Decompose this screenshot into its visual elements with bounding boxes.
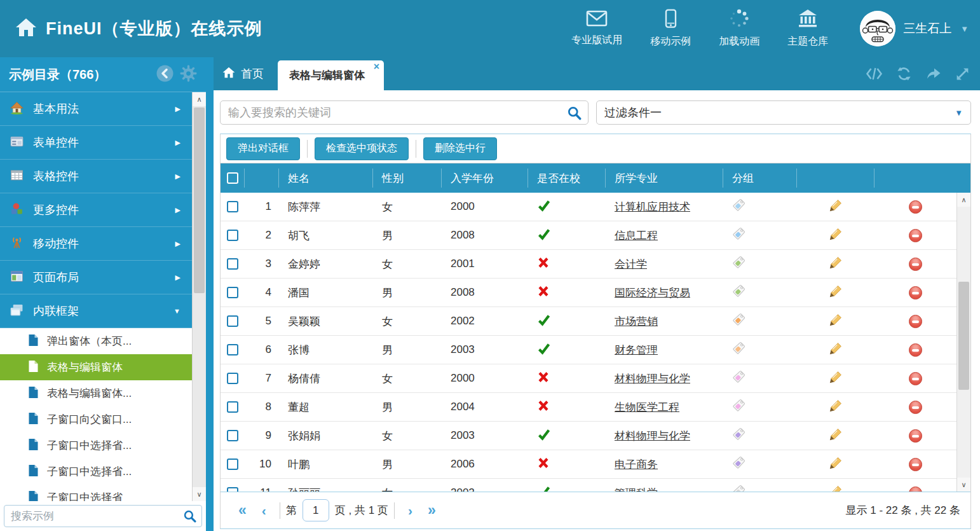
major-link[interactable]: 市场营销 [615,314,658,329]
share-icon[interactable] [925,67,942,81]
search-icon[interactable] [567,106,582,123]
edit-pencil-icon[interactable] [829,370,843,387]
major-link[interactable]: 会计学 [615,257,647,272]
edit-pencil-icon[interactable] [829,227,843,244]
edit-pencil-icon[interactable] [829,485,843,492]
scroll-down-icon[interactable]: ∨ [193,487,206,501]
first-page-button[interactable]: « [231,502,254,519]
major-link[interactable]: 计算机应用技术 [615,200,690,214]
row-checkbox[interactable] [227,459,238,470]
edit-pencil-icon[interactable] [829,456,843,473]
delete-icon[interactable] [909,486,922,492]
home-icon[interactable] [15,18,37,39]
tab-active[interactable]: 表格与编辑窗体 × [278,60,384,90]
edit-pencil-icon[interactable] [829,399,843,416]
delete-icon[interactable] [909,343,922,357]
delete-icon[interactable] [909,258,922,271]
refresh-icon[interactable] [896,66,912,81]
sidebar-subitem[interactable]: 子窗口中选择省 [0,485,192,501]
tab-home[interactable]: 首页 [214,57,278,90]
sidebar-item-mobile-controls[interactable]: 移动控件 ▶ [0,227,192,261]
user-menu[interactable]: 三生石上 ▼ [860,11,969,46]
sidebar-item-page-layout[interactable]: 页面布局 ▶ [0,261,192,294]
nav-mobile-demo[interactable]: 移动示例 [650,9,691,48]
prev-page-button[interactable]: ‹ [254,503,274,518]
search-icon[interactable] [183,509,196,525]
row-checkbox[interactable] [227,258,238,270]
major-link[interactable]: 国际经济与贸易 [615,286,690,300]
sidebar-search-input[interactable] [4,505,202,527]
row-checkbox[interactable] [227,315,238,327]
row-checkbox[interactable] [227,201,238,212]
edit-pencil-icon[interactable] [829,284,843,301]
row-checkbox[interactable] [227,230,238,241]
select-all-checkbox[interactable] [227,172,238,184]
sidebar-item-grid-controls[interactable]: 表格控件 ▶ [0,160,192,193]
collapse-sidebar-icon[interactable] [156,65,174,85]
sidebar-subitem[interactable]: 子窗口中选择省... [0,432,192,459]
scrollbar-thumb[interactable] [958,282,969,390]
grid-scrollbar[interactable]: ∧ ∨ [956,193,970,492]
delete-icon[interactable] [909,315,922,328]
delete-icon[interactable] [909,200,922,214]
row-checkbox[interactable] [227,344,238,355]
gear-icon[interactable] [180,65,197,85]
sidebar-item-basic-usage[interactable]: 基本用法 ▶ [0,92,192,126]
edit-pencil-icon[interactable] [829,256,843,273]
scroll-down-icon[interactable]: ∨ [957,478,970,492]
cell-edit [797,284,875,301]
major-link[interactable]: 生物医学工程 [615,400,679,415]
row-checkbox[interactable] [227,287,238,298]
close-icon[interactable]: × [374,62,379,72]
edit-pencil-icon[interactable] [829,198,843,216]
delete-selected-button[interactable]: 删除选中行 [423,137,497,160]
delete-icon[interactable] [909,372,922,385]
delete-icon[interactable] [909,229,922,242]
scrollbar-thumb[interactable] [194,107,205,293]
major-link[interactable]: 信息工程 [615,228,658,243]
edit-pencil-icon[interactable] [829,313,843,330]
sidebar-subitem-selected[interactable]: 表格与编辑窗体 [0,354,192,380]
major-link[interactable]: 材料物理与化学 [615,371,690,386]
row-checkbox[interactable] [227,373,238,384]
delete-icon[interactable] [909,429,922,443]
next-page-button[interactable]: › [400,503,420,518]
edit-pencil-icon[interactable] [829,341,843,359]
file-icon [28,360,39,375]
check-selection-button[interactable]: 检查选中项状态 [315,137,409,160]
user-caret-icon[interactable]: ▼ [960,24,969,34]
delete-icon[interactable] [909,458,922,471]
major-link[interactable]: 管理科学 [615,486,658,492]
nav-trial[interactable]: 专业版试用 [571,10,622,47]
sidebar-subitem[interactable]: 子窗口向父窗口... [0,406,192,432]
last-page-button[interactable]: » [420,502,444,519]
delete-icon[interactable] [909,286,922,300]
row-checkbox[interactable] [227,487,238,492]
open-dialog-button[interactable]: 弹出对话框 [226,137,300,160]
row-checkbox[interactable] [227,430,238,441]
sidebar-subitem[interactable]: 子窗口中选择省... [0,459,192,485]
avatar[interactable] [860,11,895,46]
major-link[interactable]: 电子商务 [615,457,658,472]
scroll-up-icon[interactable]: ∧ [957,193,970,207]
keyword-search-input[interactable] [220,100,589,125]
sidebar-scrollbar[interactable]: ∧ ∨ [192,92,206,501]
sidebar-subitem[interactable]: 弹出窗体（本页... [0,328,192,354]
major-link[interactable]: 材料物理与化学 [615,429,690,443]
delete-icon[interactable] [909,401,922,414]
fullscreen-icon[interactable] [955,67,970,81]
sidebar-subitem[interactable]: 表格与编辑窗体... [0,380,192,406]
username[interactable]: 三生石上 [903,20,951,37]
filter-dropdown[interactable]: 过滤条件一 ▼ [596,100,971,125]
page-number-input[interactable] [303,499,329,521]
row-checkbox[interactable] [227,401,238,413]
sidebar-item-form-controls[interactable]: 表单控件 ▶ [0,126,192,160]
sidebar-item-more-controls[interactable]: 更多控件 ▶ [0,193,192,227]
major-link[interactable]: 财务管理 [615,343,658,357]
source-code-icon[interactable] [866,67,883,81]
nav-loading-anim[interactable]: 加载动画 [719,9,759,48]
scroll-up-icon[interactable]: ∧ [193,92,206,106]
edit-pencil-icon[interactable] [829,427,843,445]
nav-theme-repo[interactable]: 主题仓库 [787,9,828,48]
sidebar-item-inline-frame[interactable]: 内联框架 ▼ [0,294,192,328]
